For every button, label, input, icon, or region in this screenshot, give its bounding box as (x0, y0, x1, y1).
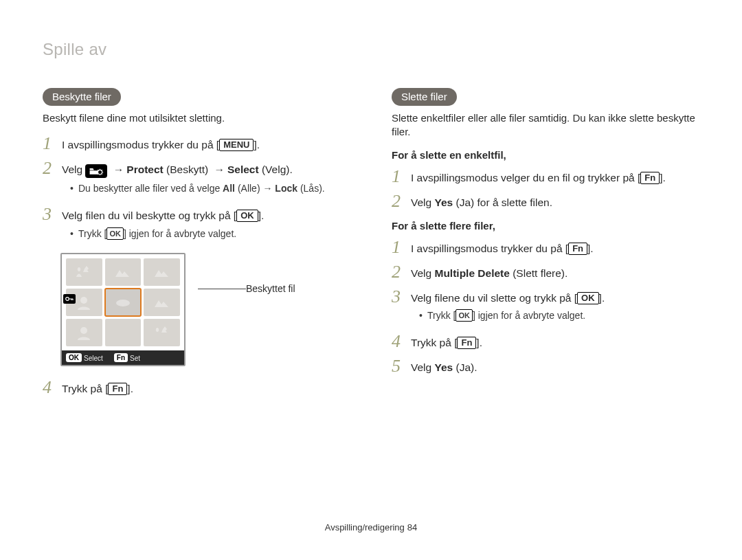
svg-point-2 (116, 300, 130, 306)
step-number: 5 (392, 357, 411, 375)
ok-button-icon: OK (236, 210, 258, 222)
delete-multi-step-3: Velg filene du vil slette og trykk på [O… (411, 288, 699, 326)
selected-thumbnail (105, 289, 142, 316)
step-2-sub: Du beskytter alle filer ved å velge All … (70, 182, 350, 196)
ok-button-icon: OK (106, 227, 124, 240)
menu-button-icon: MENU (219, 139, 254, 151)
step-3-sub: Trykk [OK] igjen for å avbryte valget. (70, 227, 350, 241)
svg-point-4 (66, 298, 69, 301)
callout-label: Beskyttet fil (246, 283, 295, 320)
delete-single-step-1: I avspillingsmodus velger du en fil og t… (411, 168, 699, 186)
step-number: 3 (43, 205, 62, 223)
step-number: 4 (392, 333, 411, 350)
fn-button-icon: Fn (640, 172, 660, 184)
svg-point-1 (80, 297, 87, 304)
ok-button-icon: OK (577, 292, 599, 304)
step-2-text: Velg →Protect (Beskytt) →Select (Velg). … (62, 159, 350, 199)
lcd-status-bar: OKSelect FnSet (62, 350, 184, 365)
step-3-text: Velg filen du vil beskytte og trykk på [… (62, 205, 350, 244)
section-pill-protect: Beskytte filer (43, 88, 121, 106)
step-number: 2 (43, 159, 62, 177)
section-pill-delete: Slette filer (392, 88, 457, 106)
fn-button-icon: Fn (457, 337, 476, 349)
right-column: Slette filer Slette enkeltfiler eller al… (392, 88, 699, 403)
delete-intro: Slette enkeltfiler eller alle filer samt… (392, 111, 699, 139)
protect-intro: Beskytt filene dine mot utilsiktet slett… (43, 111, 350, 125)
step-number: 1 (43, 135, 62, 153)
delete-multi-step-4: Trykk på [Fn]. (411, 333, 699, 350)
playback-settings-icon (85, 164, 107, 178)
lcd-illustration: OKSelect FnSet Beskyttet fil (60, 253, 350, 366)
delete-multi-step-5: Velg Yes (Ja). (411, 357, 699, 375)
step-number: 2 (392, 263, 411, 281)
delete-single-step-2: Velg Yes (Ja) for å slette filen. (411, 192, 699, 210)
delete-multi-step-1: I avspillingsmodus trykker du på [Fn]. (411, 238, 699, 256)
step-number: 1 (392, 168, 411, 186)
subhead-single: For å slette en enkeltfil, (392, 149, 699, 161)
left-column: Beskytte filer Beskytt filene dine mot u… (43, 88, 350, 403)
fn-button-icon: Fn (568, 243, 587, 255)
svg-point-0 (98, 170, 102, 175)
step-4-text: Trykk på [Fn]. (62, 379, 350, 396)
step-1-text: I avspillingsmodus trykker du på [MENU]. (62, 135, 350, 153)
callout-leader (198, 289, 246, 289)
lock-key-icon (63, 294, 76, 304)
step-number: 1 (392, 238, 411, 256)
page-footer: Avspilling/redigering84 (0, 522, 742, 533)
fn-button-icon: Fn (108, 383, 127, 395)
step-number: 4 (43, 379, 62, 396)
subhead-multi: For å slette flere filer, (392, 220, 699, 232)
step-number: 3 (392, 288, 411, 306)
ok-button-icon: OK (456, 309, 473, 322)
svg-point-3 (80, 327, 87, 334)
step-number: 2 (392, 192, 411, 210)
delete-multi-step-3-sub: Trykk [OK] igjen for å avbryte valget. (419, 309, 699, 323)
delete-multi-step-2: Velg Multiple Delete (Slett flere). (411, 263, 699, 281)
page-title: Spille av (43, 40, 106, 59)
